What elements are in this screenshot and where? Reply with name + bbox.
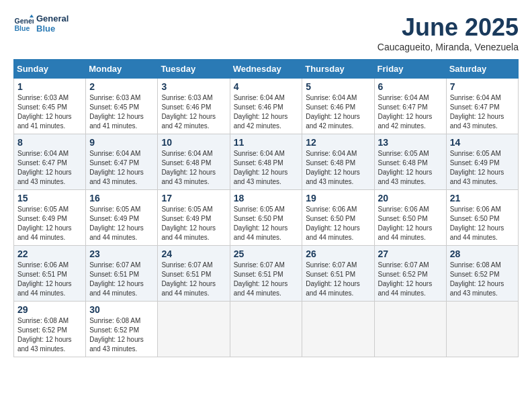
day-info: Sunrise: 6:04 AM Sunset: 6:48 PM Dayligh… bbox=[234, 149, 299, 187]
sunrise-label: Sunrise: 6:07 AM bbox=[161, 261, 212, 269]
sunrise-label: Sunrise: 6:07 AM bbox=[89, 261, 140, 269]
daylight-label: Daylight: 12 hours and 42 minutes. bbox=[306, 113, 360, 130]
day-info: Sunrise: 6:05 AM Sunset: 6:49 PM Dayligh… bbox=[17, 205, 82, 242]
page-header: General Blue General Blue June 2025 Cauc… bbox=[13, 13, 519, 52]
day-number: 11 bbox=[234, 137, 299, 148]
sunset-label: Sunset: 6:50 PM bbox=[450, 215, 500, 222]
sunset-label: Sunset: 6:51 PM bbox=[89, 271, 139, 278]
table-row: 24 Sunrise: 6:07 AM Sunset: 6:51 PM Dayl… bbox=[158, 246, 230, 302]
table-row: 10 Sunrise: 6:04 AM Sunset: 6:48 PM Dayl… bbox=[158, 134, 230, 190]
table-row: 18 Sunrise: 6:05 AM Sunset: 6:50 PM Dayl… bbox=[230, 190, 302, 246]
sunset-label: Sunset: 6:49 PM bbox=[450, 159, 500, 167]
sunrise-label: Sunrise: 6:04 AM bbox=[378, 94, 429, 101]
col-thursday: Thursday bbox=[302, 60, 374, 79]
sunrise-label: Sunrise: 6:04 AM bbox=[17, 150, 69, 157]
daylight-label: Daylight: 12 hours and 42 minutes. bbox=[378, 113, 433, 130]
day-number: 15 bbox=[17, 193, 82, 203]
day-info: Sunrise: 6:07 AM Sunset: 6:51 PM Dayligh… bbox=[89, 261, 154, 298]
sunset-label: Sunset: 6:47 PM bbox=[450, 103, 500, 111]
table-row: 8 Sunrise: 6:04 AM Sunset: 6:47 PM Dayli… bbox=[14, 134, 86, 190]
col-wednesday: Wednesday bbox=[230, 60, 302, 79]
day-info: Sunrise: 6:08 AM Sunset: 6:52 PM Dayligh… bbox=[450, 261, 515, 298]
daylight-label: Daylight: 12 hours and 43 minutes. bbox=[89, 169, 144, 185]
sunrise-label: Sunrise: 6:04 AM bbox=[89, 150, 140, 157]
sunset-label: Sunset: 6:52 PM bbox=[378, 271, 428, 278]
sunrise-label: Sunrise: 6:05 AM bbox=[89, 205, 140, 213]
logo-blue-text: Blue bbox=[36, 24, 69, 34]
table-row: 28 Sunrise: 6:08 AM Sunset: 6:52 PM Dayl… bbox=[446, 246, 518, 302]
logo-general-text: General bbox=[36, 13, 69, 24]
sunset-label: Sunset: 6:51 PM bbox=[17, 271, 67, 278]
sunrise-label: Sunrise: 6:05 AM bbox=[234, 205, 285, 213]
day-number: 21 bbox=[450, 193, 515, 203]
table-row: 22 Sunrise: 6:06 AM Sunset: 6:51 PM Dayl… bbox=[14, 246, 86, 302]
daylight-label: Daylight: 12 hours and 42 minutes. bbox=[161, 113, 216, 130]
sunset-label: Sunset: 6:47 PM bbox=[89, 159, 139, 167]
daylight-label: Daylight: 12 hours and 42 minutes. bbox=[234, 113, 288, 130]
daylight-label: Daylight: 12 hours and 43 minutes. bbox=[306, 169, 360, 185]
title-section: June 2025 Caucagueito, Miranda, Venezuel… bbox=[378, 13, 519, 52]
day-number: 18 bbox=[234, 193, 299, 203]
daylight-label: Daylight: 12 hours and 43 minutes. bbox=[450, 113, 504, 130]
sunset-label: Sunset: 6:49 PM bbox=[89, 215, 139, 222]
sunrise-label: Sunrise: 6:04 AM bbox=[306, 150, 357, 157]
day-number: 5 bbox=[306, 81, 370, 92]
day-number: 20 bbox=[378, 193, 443, 203]
day-number: 14 bbox=[450, 137, 515, 148]
daylight-label: Daylight: 12 hours and 43 minutes. bbox=[234, 169, 288, 185]
table-row: 30 Sunrise: 6:08 AM Sunset: 6:52 PM Dayl… bbox=[86, 302, 158, 357]
col-sunday: Sunday bbox=[14, 60, 86, 79]
table-row: 6 Sunrise: 6:04 AM Sunset: 6:47 PM Dayli… bbox=[374, 79, 446, 134]
sunset-label: Sunset: 6:50 PM bbox=[306, 215, 355, 222]
daylight-label: Daylight: 12 hours and 44 minutes. bbox=[17, 224, 72, 241]
daylight-label: Daylight: 12 hours and 44 minutes. bbox=[378, 224, 433, 241]
location-subtitle: Caucagueito, Miranda, Venezuela bbox=[378, 42, 519, 52]
day-info: Sunrise: 6:03 AM Sunset: 6:45 PM Dayligh… bbox=[17, 93, 82, 131]
table-row: 3 Sunrise: 6:03 AM Sunset: 6:46 PM Dayli… bbox=[158, 79, 230, 134]
day-info: Sunrise: 6:08 AM Sunset: 6:52 PM Dayligh… bbox=[17, 316, 82, 354]
daylight-label: Daylight: 12 hours and 44 minutes. bbox=[89, 280, 144, 297]
day-info: Sunrise: 6:04 AM Sunset: 6:46 PM Dayligh… bbox=[234, 93, 299, 131]
daylight-label: Daylight: 12 hours and 43 minutes. bbox=[161, 169, 216, 185]
sunrise-label: Sunrise: 6:05 AM bbox=[161, 205, 212, 213]
daylight-label: Daylight: 12 hours and 43 minutes. bbox=[17, 169, 72, 185]
day-number: 22 bbox=[17, 248, 82, 259]
day-number: 27 bbox=[378, 248, 443, 259]
svg-text:Blue: Blue bbox=[15, 24, 30, 32]
sunset-label: Sunset: 6:51 PM bbox=[234, 271, 283, 278]
col-tuesday: Tuesday bbox=[158, 60, 230, 79]
daylight-label: Daylight: 12 hours and 44 minutes. bbox=[161, 280, 216, 297]
day-info: Sunrise: 6:06 AM Sunset: 6:50 PM Dayligh… bbox=[378, 205, 443, 242]
sunset-label: Sunset: 6:46 PM bbox=[306, 103, 355, 111]
sunset-label: Sunset: 6:52 PM bbox=[17, 326, 67, 334]
table-row: 13 Sunrise: 6:05 AM Sunset: 6:48 PM Dayl… bbox=[374, 134, 446, 190]
sunset-label: Sunset: 6:45 PM bbox=[89, 103, 139, 111]
sunrise-label: Sunrise: 6:03 AM bbox=[17, 94, 69, 101]
day-number: 16 bbox=[89, 193, 154, 203]
day-number: 30 bbox=[89, 304, 154, 315]
calendar-week-5: 29 Sunrise: 6:08 AM Sunset: 6:52 PM Dayl… bbox=[14, 302, 519, 357]
sunrise-label: Sunrise: 6:04 AM bbox=[234, 150, 285, 157]
table-row: 1 Sunrise: 6:03 AM Sunset: 6:45 PM Dayli… bbox=[14, 79, 86, 134]
day-info: Sunrise: 6:07 AM Sunset: 6:52 PM Dayligh… bbox=[378, 261, 443, 298]
daylight-label: Daylight: 12 hours and 44 minutes. bbox=[378, 280, 433, 297]
table-row bbox=[158, 302, 230, 357]
day-info: Sunrise: 6:05 AM Sunset: 6:48 PM Dayligh… bbox=[378, 149, 443, 187]
sunset-label: Sunset: 6:48 PM bbox=[378, 159, 428, 167]
daylight-label: Daylight: 12 hours and 44 minutes. bbox=[306, 224, 360, 241]
table-row: 11 Sunrise: 6:04 AM Sunset: 6:48 PM Dayl… bbox=[230, 134, 302, 190]
sunset-label: Sunset: 6:52 PM bbox=[89, 326, 139, 334]
day-info: Sunrise: 6:07 AM Sunset: 6:51 PM Dayligh… bbox=[234, 261, 299, 298]
table-row: 16 Sunrise: 6:05 AM Sunset: 6:49 PM Dayl… bbox=[86, 190, 158, 246]
day-number: 13 bbox=[378, 137, 443, 148]
table-row: 9 Sunrise: 6:04 AM Sunset: 6:47 PM Dayli… bbox=[86, 134, 158, 190]
table-row bbox=[230, 302, 302, 357]
svg-marker-2 bbox=[30, 15, 34, 18]
day-number: 23 bbox=[89, 248, 154, 259]
sunrise-label: Sunrise: 6:08 AM bbox=[89, 317, 140, 324]
sunset-label: Sunset: 6:52 PM bbox=[450, 271, 500, 278]
col-saturday: Saturday bbox=[446, 60, 518, 79]
calendar-week-2: 8 Sunrise: 6:04 AM Sunset: 6:47 PM Dayli… bbox=[14, 134, 519, 190]
sunset-label: Sunset: 6:50 PM bbox=[378, 215, 428, 222]
day-number: 8 bbox=[17, 137, 82, 148]
